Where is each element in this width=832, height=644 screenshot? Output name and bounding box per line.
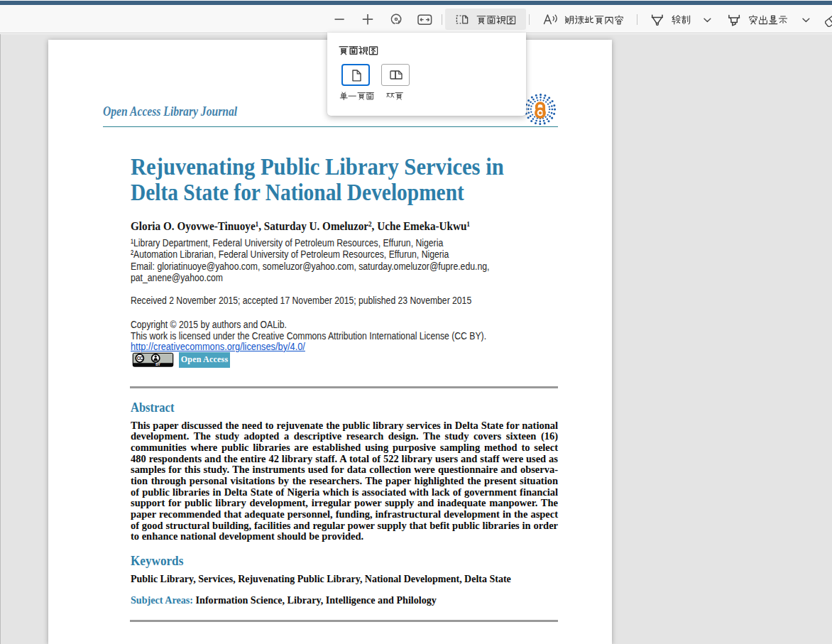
svg-text:BY: BY	[155, 363, 160, 366]
svg-text:CC: CC	[137, 356, 143, 361]
